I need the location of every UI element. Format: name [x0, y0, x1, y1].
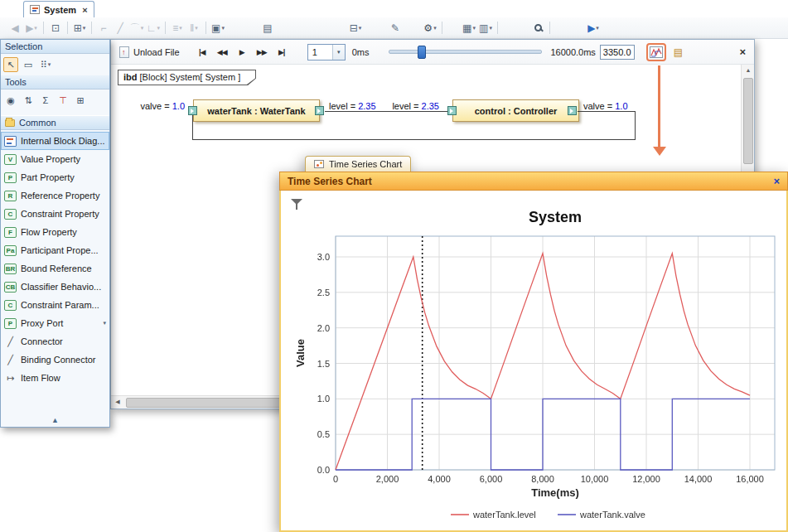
- environment-options-icon[interactable]: ⚙▾: [422, 20, 438, 36]
- palette-group-common[interactable]: Common: [1, 115, 109, 130]
- chevron-down-icon: ▾: [472, 25, 476, 31]
- label-level-right[interactable]: level = 2.35: [384, 101, 439, 111]
- multi-select-tool-icon[interactable]: ⠿▾: [38, 57, 53, 72]
- current-time-input[interactable]: [600, 45, 635, 60]
- line-style-icon[interactable]: ∟▾: [145, 20, 162, 36]
- distribute-icon[interactable]: ‖▾: [186, 20, 202, 36]
- port-control-valve[interactable]: [568, 106, 577, 115]
- grid-tool-icon[interactable]: ⊞: [73, 93, 88, 108]
- back-icon[interactable]: ◀: [7, 20, 23, 36]
- open-time-series-chart-button[interactable]: [650, 46, 663, 58]
- block-control[interactable]: control : Controller: [452, 99, 579, 122]
- chevron-down-icon[interactable]: ▾: [103, 320, 106, 326]
- align-icon[interactable]: ≡▾: [169, 20, 186, 36]
- chart-close-icon[interactable]: ×: [773, 175, 780, 187]
- playback-controls: |◀◀◀▶▶▶▶|: [195, 48, 289, 56]
- group-label: Common: [19, 118, 56, 128]
- palette-item-constraint-property[interactable]: CConstraint Property: [1, 205, 109, 223]
- palette-item-flow-property[interactable]: FFlow Property: [1, 223, 109, 241]
- binding-connector-icon: ╱: [4, 355, 17, 365]
- speed-select[interactable]: 1 ▾: [307, 44, 346, 60]
- toolbar-space: [276, 27, 347, 28]
- chevron-down-icon: ▾: [34, 25, 37, 31]
- containment-tree-icon[interactable]: ⊞▾: [71, 20, 88, 36]
- forward-icon[interactable]: ▶▾: [23, 20, 40, 36]
- generate-report-icon[interactable]: ⊡: [47, 20, 64, 36]
- chevron-down-icon: ▾: [179, 25, 182, 31]
- palette-item-connector[interactable]: ╱Connector: [1, 332, 109, 351]
- marquee-select-tool-icon[interactable]: ▭: [21, 57, 36, 72]
- label-level-left[interactable]: level = 2.35: [329, 101, 376, 111]
- callout-arrow: [658, 65, 660, 148]
- port-watertank-valve[interactable]: [188, 106, 197, 115]
- connector-valve-seg4[interactable]: [578, 111, 635, 112]
- rounded-path-icon[interactable]: ⌒▾: [128, 20, 145, 36]
- swimlane-tool-icon[interactable]: ⇅: [21, 93, 36, 108]
- time-slider-thumb[interactable]: [418, 46, 426, 59]
- note-icon[interactable]: ✎: [387, 20, 404, 36]
- tab-close-icon[interactable]: ×: [82, 5, 87, 15]
- palette-item-bound-reference[interactable]: BRBound Reference: [1, 259, 109, 278]
- scroll-up-icon[interactable]: ▲: [742, 65, 755, 76]
- sum-tool-icon[interactable]: Σ: [38, 93, 53, 108]
- sticky-tool-icon[interactable]: ◉: [3, 93, 18, 108]
- palette-item-internal-block-diag[interactable]: Internal Block Diag...: [1, 132, 109, 150]
- label-valve-left[interactable]: valve = 1.0: [136, 101, 185, 111]
- label-valve-right[interactable]: valve = 1.0: [583, 101, 628, 111]
- rectilinear-path-icon[interactable]: ⌐: [95, 20, 112, 36]
- simulation-properties-icon[interactable]: ▤: [674, 46, 683, 58]
- constraint-property-icon: C: [4, 209, 17, 220]
- palette-collapse-button[interactable]: ▲: [1, 416, 109, 424]
- palette-item-part-property[interactable]: PPart Property: [1, 168, 109, 186]
- x-tick-label: 2,000: [376, 474, 399, 484]
- diagram-frame-header[interactable]: ibd [Block] System[ System ]: [118, 70, 256, 85]
- horizontal-scroll-thumb[interactable]: [126, 398, 285, 408]
- palette-item-proxy-port[interactable]: PProxy Port▾: [1, 314, 109, 332]
- image-shape-icon[interactable]: ▣▾: [210, 20, 226, 36]
- chevron-down-icon[interactable]: ▾: [332, 45, 345, 60]
- y-tick-label: 0.5: [317, 429, 330, 439]
- time-slider[interactable]: [389, 50, 542, 54]
- paste-icon[interactable]: ▤: [259, 20, 276, 36]
- jump-to-end-button[interactable]: ▶|: [274, 48, 289, 56]
- zoom-icon[interactable]: [529, 20, 546, 36]
- editor-tab-bar: System ×: [0, 0, 788, 17]
- palette-item-constraint-param[interactable]: CConstraint Param...: [1, 296, 109, 314]
- connector-valve-seg1[interactable]: [192, 115, 193, 139]
- palette-item-participant-prope[interactable]: PaParticipant Prope...: [1, 241, 109, 259]
- fast-forward-button[interactable]: ▶▶: [254, 48, 269, 56]
- grid-options-icon[interactable]: ▦▾: [461, 20, 477, 36]
- play-button[interactable]: ▶: [234, 48, 249, 56]
- palette-item-reference-property[interactable]: RReference Property: [1, 186, 109, 205]
- simulation-toolbar-close-icon[interactable]: ×: [739, 46, 746, 58]
- select-tool-icon[interactable]: ↖: [3, 57, 18, 72]
- scroll-left-icon[interactable]: ◀: [111, 396, 124, 408]
- step-back-button[interactable]: ◀◀: [215, 48, 230, 56]
- time-series-chart-window: Time Series Chart Time Series Chart × 0.…: [279, 156, 788, 532]
- diagram-icon: [4, 136, 17, 147]
- port-control-level[interactable]: [447, 106, 457, 115]
- port-watertank-level[interactable]: [315, 106, 324, 115]
- vertical-scroll-thumb[interactable]: [743, 78, 753, 164]
- palette-item-classifier-behavio[interactable]: CBClassifier Behavio...: [1, 278, 109, 296]
- palette-item-binding-connector[interactable]: ╱Binding Connector: [1, 351, 109, 369]
- tab-time-series-chart[interactable]: Time Series Chart: [305, 156, 411, 172]
- connector-valve-seg2[interactable]: [192, 139, 636, 140]
- text-tool-icon[interactable]: ⊤: [56, 93, 70, 108]
- table-options-icon[interactable]: ▥▾: [477, 20, 494, 36]
- toolbar-separator: [165, 22, 166, 34]
- run-simulation-icon[interactable]: ▶▾: [585, 20, 602, 36]
- unload-file-button[interactable]: Unload File: [119, 46, 180, 58]
- connector-level[interactable]: [325, 111, 447, 112]
- connector-valve-seg3[interactable]: [635, 111, 636, 140]
- connector-icon: ╱: [4, 336, 17, 347]
- unload-file-label: Unload File: [133, 47, 180, 57]
- tab-system[interactable]: System ×: [23, 1, 94, 17]
- palette-item-item-flow[interactable]: ↦Item Flow: [1, 369, 109, 387]
- chart-title: System: [529, 209, 582, 225]
- jump-to-start-button[interactable]: |◀: [195, 48, 210, 56]
- dependency-matrix-icon[interactable]: ⊟▾: [347, 20, 364, 36]
- oblique-path-icon[interactable]: ╱: [112, 20, 128, 36]
- block-watertank[interactable]: waterTank : WaterTank: [193, 99, 320, 122]
- palette-item-value-property[interactable]: VValue Property: [1, 150, 109, 168]
